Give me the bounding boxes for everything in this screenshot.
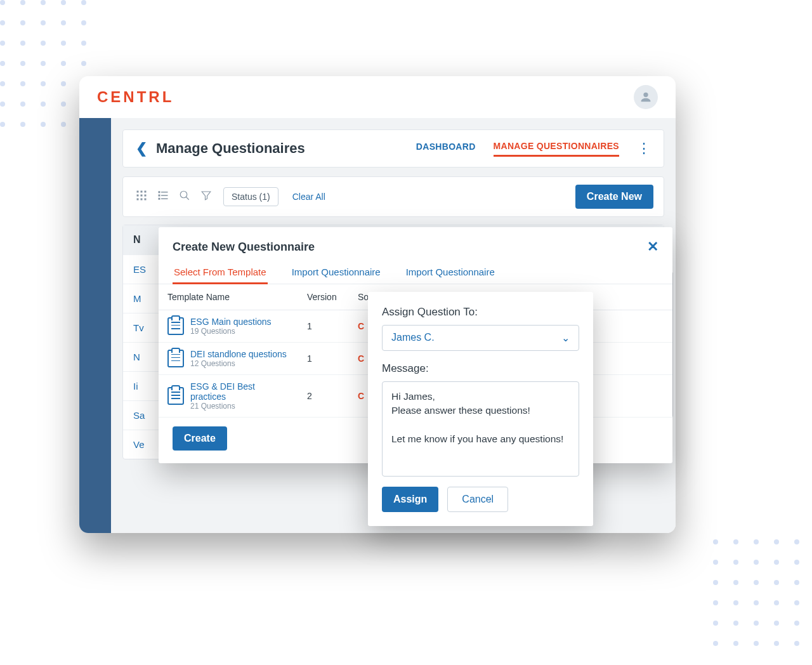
chevron-down-icon: ⌄	[561, 332, 570, 344]
clipboard-icon	[167, 350, 184, 367]
cancel-button[interactable]: Cancel	[447, 487, 508, 512]
svg-rect-14	[161, 199, 168, 200]
brand-logo: CENTRL	[97, 88, 174, 106]
topbar: CENTRL	[79, 76, 676, 118]
assignee-value: James C.	[391, 332, 435, 344]
svg-rect-6	[137, 199, 139, 201]
list-view-icon[interactable]	[155, 187, 171, 206]
assignee-select[interactable]: James C. ⌄	[382, 325, 579, 351]
svg-rect-13	[159, 198, 160, 200]
clipboard-icon	[167, 387, 184, 405]
template-sub: 12 Questions	[190, 359, 287, 368]
left-rail	[79, 118, 111, 533]
svg-rect-12	[161, 195, 168, 196]
svg-rect-10	[161, 192, 168, 193]
template-name: ESG Main questions	[190, 317, 272, 327]
svg-rect-5	[145, 195, 147, 197]
svg-rect-7	[141, 199, 143, 201]
svg-point-15	[180, 191, 187, 198]
clear-all-link[interactable]: Clear All	[292, 192, 325, 202]
svg-line-16	[186, 197, 189, 200]
template-version: 2	[298, 375, 349, 418]
assign-popover: Assign Question To: James C. ⌄ Message: …	[368, 292, 593, 526]
avatar[interactable]	[634, 85, 658, 109]
col-version: Version	[298, 284, 349, 310]
svg-rect-3	[137, 195, 139, 197]
modal-title: Create New Questionnaire	[173, 240, 315, 254]
user-icon	[639, 90, 653, 104]
template-sub: 19 Questions	[190, 327, 272, 336]
close-icon[interactable]: ✕	[647, 239, 658, 255]
filter-icon[interactable]	[198, 187, 214, 206]
col-template-name: Template Name	[159, 284, 298, 310]
template-name: ESG & DEI Best practices	[190, 381, 289, 402]
template-sub: 21 Questions	[190, 402, 289, 411]
search-icon[interactable]	[176, 187, 193, 206]
page-title: Manage Questionaires	[156, 140, 305, 157]
modal-tab-select-template[interactable]: Select From Template	[173, 261, 268, 284]
decorative-dots-tl	[0, 0, 86, 127]
svg-rect-9	[159, 191, 160, 193]
svg-rect-11	[159, 195, 160, 197]
create-button[interactable]: Create	[173, 426, 227, 451]
filter-chip-status[interactable]: Status (1)	[223, 187, 278, 206]
message-textarea[interactable]: Hi James, Please answer these questions!…	[382, 381, 579, 477]
modal-tab-import-1[interactable]: Import Questionnaire	[291, 261, 382, 284]
svg-rect-8	[145, 199, 147, 201]
decorative-dots-br	[713, 539, 799, 646]
page-header: ❮ Manage Questionaires DASHBOARD MANAGE …	[122, 129, 664, 168]
grid-view-icon[interactable]	[133, 187, 150, 206]
template-version: 1	[298, 343, 349, 375]
template-name: DEI standlone questions	[190, 349, 287, 359]
svg-rect-1	[141, 191, 143, 193]
toolbar: Status (1) Clear All Create New	[122, 176, 664, 217]
tab-dashboard[interactable]: DASHBOARD	[416, 142, 476, 155]
svg-rect-4	[141, 195, 143, 197]
back-chevron-icon[interactable]: ❮	[136, 140, 147, 157]
assign-button[interactable]: Assign	[382, 487, 438, 512]
tab-manage-questionnaires[interactable]: MANAGE QUESTIONNAIRES	[494, 141, 619, 157]
assign-to-label: Assign Question To:	[382, 306, 579, 319]
message-label: Message:	[382, 362, 579, 375]
clipboard-icon	[167, 317, 184, 335]
svg-rect-2	[145, 191, 147, 193]
template-version: 1	[298, 310, 349, 343]
kebab-menu-icon[interactable]: ⋮	[637, 144, 651, 152]
svg-rect-0	[137, 191, 139, 193]
create-new-button[interactable]: Create New	[575, 185, 653, 209]
modal-tab-import-2[interactable]: Import Questionnaire	[405, 261, 496, 284]
